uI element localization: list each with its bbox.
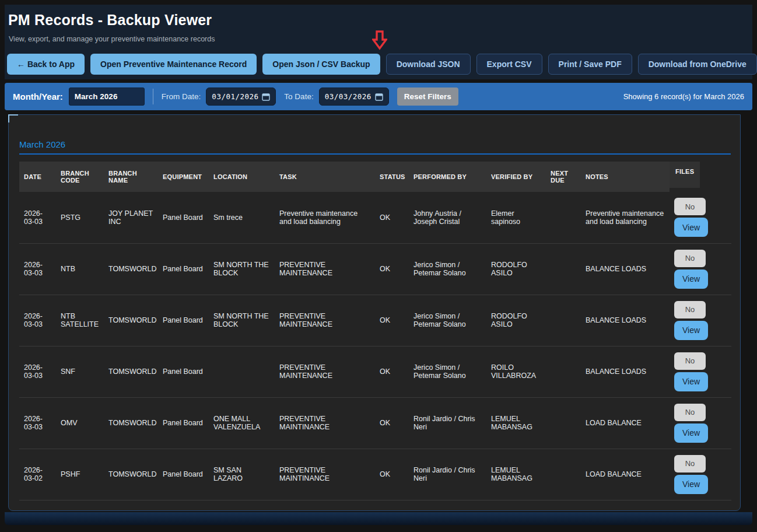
cell-notes: LOAD BALANCE <box>581 397 670 449</box>
cell-next-due <box>546 449 581 500</box>
files-no-button[interactable]: No <box>674 404 706 421</box>
panel-corner-accent <box>8 114 18 123</box>
filter-bar: Month/Year: From Date: 03/01/2026 To Dat… <box>5 83 752 110</box>
cell-branch-code: NTB <box>56 243 104 295</box>
col-header-task: TASK <box>275 162 375 192</box>
cell-date: 2026-03-02 <box>19 449 56 500</box>
cell-task: PREVENTIVE MAINTINANCE <box>275 397 375 449</box>
cell-next-due <box>546 346 581 397</box>
cell-performed-by: Jerico Simon / Petemar Solano <box>409 243 486 295</box>
cell-location: SM NORTH THE BLOCK <box>209 243 275 295</box>
calendar-icon[interactable] <box>375 93 383 101</box>
cell-notes: BALANCE LOADS <box>581 243 670 295</box>
files-view-button[interactable]: View <box>674 424 708 443</box>
export-csv-button[interactable]: Export CSV <box>476 54 542 75</box>
table-row: 2026-03-03 NTB SATELLITE TOMSWORLD Panel… <box>19 295 731 346</box>
bottom-accent-band <box>5 512 752 525</box>
print-save-pdf-button[interactable]: Print / Save PDF <box>548 54 632 75</box>
cell-verified-by: RODOLFO ASILO <box>486 295 546 346</box>
cell-equipment: Panel Board <box>158 295 209 346</box>
download-json-button[interactable]: Download JSON <box>386 54 471 75</box>
cell-task: Preventive maintenance and load balancin… <box>275 192 375 243</box>
cell-verified-by: RODOLFO ASILO <box>486 243 546 295</box>
cell-files: No View <box>670 243 731 295</box>
files-no-button[interactable]: No <box>674 250 706 267</box>
cell-notes: LOAD BALANCE <box>581 449 670 500</box>
cell-task: PREVENTIVE MAINTENANCE <box>275 295 375 346</box>
cell-status: OK <box>375 397 409 449</box>
records-table: DATE BRANCH CODE BRANCH NAME EQUIPMENT L… <box>19 162 731 501</box>
files-no-button[interactable]: No <box>674 301 706 318</box>
cell-verified-by: LEMUEL MABANSAG <box>486 397 546 449</box>
month-year-input[interactable] <box>69 88 145 106</box>
to-date-value: 03/03/2026 <box>325 92 372 101</box>
files-no-button[interactable]: No <box>674 198 706 215</box>
cell-branch-name: TOMSWORLD <box>104 397 158 449</box>
col-header-next-due: NEXT DUE <box>546 162 581 192</box>
back-to-app-button[interactable]: ← Back to App <box>7 54 85 75</box>
cell-branch-name: JOY PLANET INC <box>104 192 158 243</box>
files-view-button[interactable]: View <box>674 372 708 391</box>
table-row: 2026-03-03 SNF TOMSWORLD Panel Board PRE… <box>19 346 731 397</box>
files-no-button[interactable]: No <box>674 352 706 370</box>
cell-files: No View <box>670 449 731 500</box>
cell-branch-code: PSHF <box>56 449 104 500</box>
cell-performed-by: Jerico Simon / Petemar Solano <box>409 346 486 397</box>
cell-files: No View <box>670 397 731 449</box>
cell-equipment: Panel Board <box>158 397 209 449</box>
cell-date: 2026-03-03 <box>19 397 56 449</box>
table-row: 2026-03-03 OMV TOMSWORLD Panel Board ONE… <box>19 397 731 449</box>
download-from-onedrive-button[interactable]: Download from OneDrive <box>638 54 757 75</box>
cell-date: 2026-03-03 <box>19 295 56 346</box>
from-date-input[interactable]: 03/01/2026 <box>206 88 276 106</box>
files-view-button[interactable]: View <box>674 321 708 340</box>
cell-location: SM SAN LAZARO <box>209 449 275 500</box>
cell-notes: BALANCE LOADS <box>581 346 670 397</box>
cell-next-due <box>546 295 581 346</box>
cell-next-due <box>546 397 581 449</box>
cell-status: OK <box>375 449 409 500</box>
col-header-equipment: EQUIPMENT <box>158 162 209 192</box>
cell-status: OK <box>375 295 409 346</box>
cell-task: PREVENTIVE MAINTENANCE <box>275 243 375 295</box>
reset-filters-button[interactable]: Reset Filters <box>397 88 458 106</box>
page-subtitle: View, export, and manage your preventive… <box>9 35 215 43</box>
files-view-button[interactable]: View <box>674 218 708 237</box>
cell-performed-by: Ronil Jardio / Chris Neri <box>409 397 486 449</box>
cell-next-due <box>546 192 581 243</box>
toolbar: ← Back to App Open Preventive Maintenanc… <box>7 54 750 75</box>
month-year-label: Month/Year: <box>13 92 63 102</box>
open-pm-record-button[interactable]: Open Preventive Maintenance Record <box>90 54 257 75</box>
cell-task: PREVENTIVE MAINTINANCE <box>275 449 375 500</box>
col-header-verified-by: VERIFIED BY <box>486 162 546 192</box>
cell-notes: Preventive maintenance and load balancin… <box>581 192 670 243</box>
month-section-title: March 2026 <box>19 139 65 149</box>
cell-status: OK <box>375 243 409 295</box>
files-view-button[interactable]: View <box>674 475 708 494</box>
files-no-button[interactable]: No <box>674 455 706 473</box>
cell-performed-by: Jerico Simon / Petemar Solano <box>409 295 486 346</box>
cell-performed-by: Ronil Jardio / Chris Neri <box>409 449 486 500</box>
open-json-csv-backup-button[interactable]: Open Json / CSV Backup <box>262 54 380 75</box>
cell-branch-code: SNF <box>56 346 104 397</box>
col-header-performed-by: PERFORMED BY <box>409 162 486 192</box>
to-date-input[interactable]: 03/03/2026 <box>319 88 389 106</box>
cell-notes: BALANCE LOADS <box>581 295 670 346</box>
from-date-label: From Date: <box>162 92 201 101</box>
record-count-summary: Showing 6 record(s) for March 2026 <box>623 92 744 101</box>
cell-branch-code: OMV <box>56 397 104 449</box>
backup-viewer-app: PM Records - Backup Viewer View, export,… <box>0 0 757 532</box>
table-row: 2026-03-03 NTB TOMSWORLD Panel Board SM … <box>19 243 731 295</box>
cell-equipment: Panel Board <box>158 243 209 295</box>
section-underline <box>19 153 731 155</box>
files-view-button[interactable]: View <box>674 270 708 289</box>
from-date-value: 03/01/2026 <box>212 92 258 101</box>
records-panel: March 2026 DATE BRANCH CODE BRANCH NAME … <box>8 114 741 511</box>
calendar-icon[interactable] <box>262 93 270 101</box>
cell-status: OK <box>375 346 409 397</box>
cell-location: SM NORTH THE BLOCK <box>209 295 275 346</box>
cell-task: PREVENTIVE MAINTENANCE <box>275 346 375 397</box>
cell-branch-name: TOMSWORLD <box>104 449 158 500</box>
cell-verified-by: ROILO VILLABROZA <box>486 346 546 397</box>
page-title: PM Records - Backup Viewer <box>8 12 212 29</box>
